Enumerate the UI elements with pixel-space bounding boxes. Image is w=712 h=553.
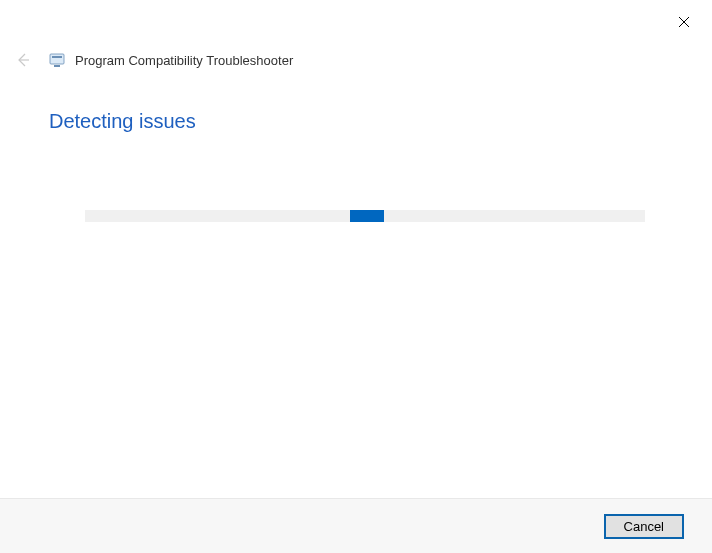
back-arrow-icon — [15, 52, 31, 68]
back-button — [13, 50, 33, 70]
close-button[interactable] — [674, 12, 694, 32]
svg-rect-3 — [50, 54, 64, 64]
cancel-button[interactable]: Cancel — [604, 514, 684, 539]
close-icon — [678, 16, 690, 28]
app-title: Program Compatibility Troubleshooter — [75, 53, 293, 68]
svg-rect-5 — [54, 65, 60, 67]
progress-bar — [85, 210, 645, 222]
progress-indicator — [350, 210, 384, 222]
app-icon — [49, 52, 65, 68]
page-heading: Detecting issues — [49, 110, 196, 133]
footer: Cancel — [0, 498, 712, 553]
header: Program Compatibility Troubleshooter — [13, 50, 293, 70]
svg-rect-4 — [52, 56, 62, 58]
